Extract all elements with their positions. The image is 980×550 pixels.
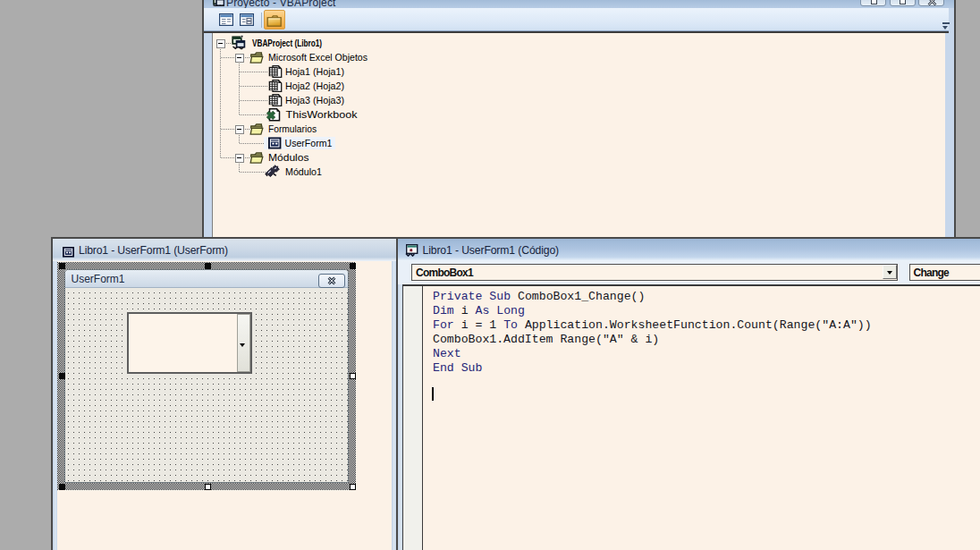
- svg-text:ThisWorkbook: ThisWorkbook: [286, 109, 359, 120]
- svg-text:VBAProject (Libro1): VBAProject (Libro1): [252, 38, 322, 48]
- svg-text:Microsoft Excel Objetos: Microsoft Excel Objetos: [268, 52, 368, 63]
- svg-text:Módulos: Módulos: [268, 152, 309, 163]
- svg-text:Hoja1 (Hoja1): Hoja1 (Hoja1): [285, 66, 344, 77]
- svg-text:Hoja2 (Hoja2): Hoja2 (Hoja2): [285, 80, 344, 91]
- svg-text:Módulo1: Módulo1: [285, 166, 322, 177]
- svg-text:Hoja3 (Hoja3): Hoja3 (Hoja3): [285, 95, 344, 106]
- svg-text:Formularios: Formularios: [268, 123, 317, 134]
- svg-text:UserForm1: UserForm1: [285, 138, 333, 148]
